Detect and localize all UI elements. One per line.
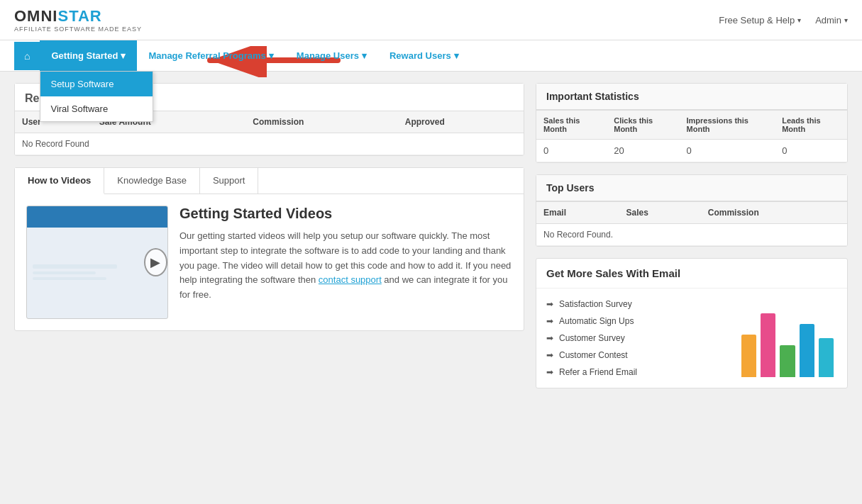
dropdown-setup-software[interactable]: Setup Software [40,72,153,96]
stats-values-row: 0 20 0 0 [536,140,847,162]
important-stats-card: Important Statistics Sales this Month Cl… [536,83,848,163]
free-setup-link[interactable]: Free Setup & Help ▾ [719,15,801,26]
top-users-table: Email Sales Commission No Record Found. [536,201,847,246]
nav-getting-started-wrapper: Getting Started ▾ Setup Software Viral S… [40,40,137,71]
nav-item-reward-users[interactable]: Reward Users ▾ [378,40,470,71]
stat-val-1: 20 [607,140,679,162]
top-col-commission: Commission [701,202,847,224]
logo-subtitle: AFFILIATE SOFTWARE MADE EASY [14,26,142,33]
table-row: No Record Found [15,133,524,155]
stat-col-1: Clicks this Month [607,111,679,140]
list-item: ➡ Refer a Friend Email [546,364,731,381]
tab-support[interactable]: Support [200,168,259,194]
tabs-bar: How to Videos Knowledge Base Support [15,168,524,194]
top-users-no-record: No Record Found. [536,224,847,246]
header: OMNISTAR AFFILIATE SOFTWARE MADE EASY Fr… [0,0,862,40]
top-users-title: Top Users [536,175,847,201]
email-card-title: Get More Sales With Email [536,259,847,289]
stat-val-3: 0 [775,140,847,162]
nav-home-button[interactable]: ⌂ [14,42,40,70]
tab-how-to-videos[interactable]: How to Videos [15,168,104,194]
video-thumbnail[interactable]: ▶ [26,206,168,319]
video-header-bar [27,206,167,228]
stat-col-0: Sales this Month [536,111,607,140]
email-card-body: ➡ Satisfaction Survey ➡ Automatic Sign U… [536,289,847,388]
right-column: Important Statistics Sales this Month Cl… [536,83,848,388]
manage-referral-chevron-icon: ▾ [269,50,274,61]
list-item: ➡ Customer Contest [546,347,731,364]
nav-item-manage-users[interactable]: Manage Users ▾ [285,40,378,71]
bar-chart [738,296,837,381]
stat-col-3: Leads this Month [775,111,847,140]
list-item: ➡ Automatic Sign Ups [546,313,731,330]
important-stats-title: Important Statistics [536,84,847,110]
stat-col-2: Impressions this Month [680,111,775,140]
stat-val-0: 0 [536,140,607,162]
tab-content-area: ▶ Getting Started Videos Our getting sta… [15,194,524,330]
tabs-card: How to Videos Knowledge Base Support [14,167,524,331]
arrow-right-icon: ➡ [546,367,553,377]
col-commission: Commission [245,111,397,133]
dropdown-viral-software[interactable]: Viral Software [40,96,153,121]
free-setup-chevron-icon: ▾ [797,16,801,24]
chart-bar [780,345,795,377]
header-right: Free Setup & Help ▾ Admin ▾ [719,15,848,26]
video-title: Getting Started Videos [179,206,512,222]
top-col-email: Email [536,202,619,224]
left-column: Recent Commissions User Sale Amount Comm… [14,83,524,388]
important-stats-table: Sales this Month Clicks this Month Impre… [536,110,847,162]
list-item: ➡ Satisfaction Survey [546,296,731,313]
admin-chevron-icon: ▾ [844,16,848,24]
email-card: Get More Sales With Email ➡ Satisfaction… [536,258,848,388]
stat-val-2: 0 [680,140,775,162]
play-button[interactable]: ▶ [144,248,167,276]
list-item: ➡ Customer Survey [546,330,731,347]
col-approved: Approved [398,111,524,133]
admin-link[interactable]: Admin ▾ [815,15,848,26]
reward-users-chevron-icon: ▾ [454,50,459,61]
nav-item-manage-referral[interactable]: Manage Referral Programs ▾ [137,40,284,71]
getting-started-dropdown: Setup Software Viral Software [40,71,153,122]
logo-omni: OMNI [14,7,57,25]
arrow-right-icon: ➡ [546,299,553,309]
chart-bar [761,313,775,377]
chart-bar [741,335,756,377]
email-features-list: ➡ Satisfaction Survey ➡ Automatic Sign U… [546,296,731,381]
chart-bar [800,324,814,377]
arrow-right-icon: ➡ [546,316,553,326]
tab-knowledge-base[interactable]: Knowledge Base [104,168,200,194]
video-desc-text: Our getting started videos will help you… [179,229,512,303]
top-col-sales: Sales [619,202,701,224]
arrow-right-icon: ➡ [546,350,553,360]
logo-text: OMNISTAR [14,7,142,26]
nav-item-getting-started[interactable]: Getting Started ▾ [40,40,137,71]
navbar: ⌂ Getting Started ▾ Setup Software Viral… [0,40,862,72]
top-users-card: Top Users Email Sales Commission No Reco… [536,174,848,247]
logo: OMNISTAR AFFILIATE SOFTWARE MADE EASY [14,7,142,33]
getting-started-chevron-icon: ▾ [121,50,126,61]
no-record-cell: No Record Found [15,133,524,155]
contact-support-link[interactable]: contact support [319,274,382,285]
logo-star: STAR [57,7,101,25]
arrow-right-icon: ➡ [546,333,553,343]
manage-users-chevron-icon: ▾ [362,50,367,61]
video-description: Getting Started Videos Our getting start… [179,206,512,319]
table-row: No Record Found. [536,224,847,246]
chart-bar [819,338,834,377]
